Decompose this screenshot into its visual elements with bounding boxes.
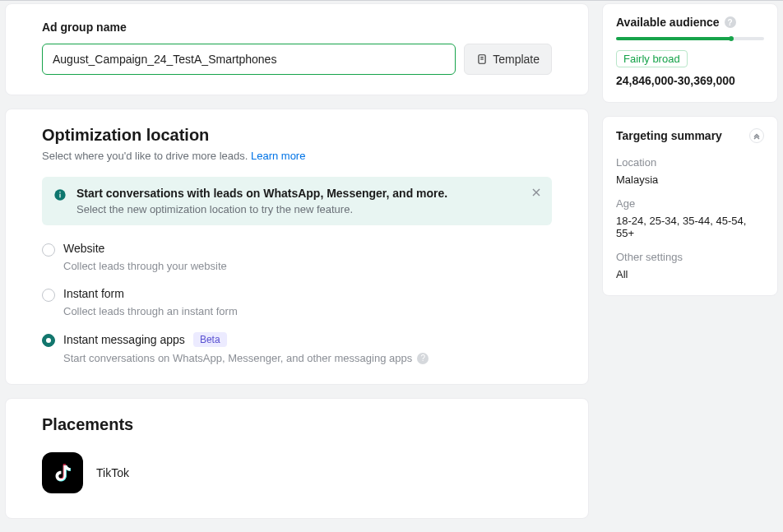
optimization-card: Optimization location Select where you'd… — [5, 109, 589, 385]
age-label: Age — [616, 197, 764, 210]
other-settings-value: All — [616, 268, 764, 280]
template-button[interactable]: Template — [464, 44, 552, 75]
template-button-label: Template — [493, 53, 540, 66]
placements-title: Placements — [42, 415, 552, 434]
available-audience-card: Available audience ? Fairly broad 24,846… — [602, 3, 778, 103]
optimization-subtitle: Select where you'd like to drive more le… — [42, 150, 552, 162]
optimization-options: Website Collect leads through your websi… — [42, 242, 552, 364]
radio-icon — [42, 243, 55, 257]
radio-icon — [42, 289, 55, 302]
svg-rect-4 — [59, 194, 60, 198]
available-audience-title: Available audience — [616, 16, 720, 29]
other-settings-label: Other settings — [616, 251, 764, 263]
radio-icon — [42, 334, 55, 347]
banner-title: Start conversations with leads on WhatsA… — [76, 187, 447, 200]
beta-badge: Beta — [193, 332, 227, 347]
ad-group-card: Ad group name Template — [5, 3, 589, 95]
audience-range: 24,846,000-30,369,000 — [616, 74, 764, 87]
info-banner: Start conversations with leads on WhatsA… — [42, 177, 552, 225]
help-icon[interactable]: ? — [417, 353, 429, 364]
svg-rect-5 — [59, 192, 60, 192]
location-label: Location — [616, 156, 764, 169]
targeting-summary-card: Targeting summary Location Malaysia Age … — [602, 116, 778, 296]
tiktok-icon — [42, 452, 83, 493]
learn-more-link[interactable]: Learn more — [251, 150, 305, 162]
info-icon — [53, 188, 67, 201]
audience-tag: Fairly broad — [616, 50, 688, 67]
location-value: Malaysia — [616, 173, 764, 186]
option-website[interactable]: Website Collect leads through your websi… — [42, 242, 552, 272]
collapse-button[interactable] — [749, 128, 764, 143]
close-icon — [532, 188, 540, 197]
template-icon — [476, 53, 488, 65]
age-value: 18-24, 25-34, 35-44, 45-54, 55+ — [616, 215, 764, 239]
ad-group-name-input[interactable] — [42, 44, 456, 75]
placement-item-tiktok[interactable]: TikTok — [42, 452, 552, 493]
option-instant-form[interactable]: Instant form Collect leads through an in… — [42, 287, 552, 317]
help-icon[interactable]: ? — [725, 16, 736, 28]
option-instant-messaging[interactable]: Instant messaging apps Beta Start conver… — [42, 332, 552, 364]
banner-body: Select the new optimization location to … — [76, 203, 447, 215]
placements-card: Placements TikTok — [5, 398, 589, 519]
banner-close-button[interactable] — [529, 185, 544, 200]
optimization-title: Optimization location — [42, 126, 552, 145]
audience-meter — [616, 37, 764, 40]
chevron-up-icon — [753, 132, 761, 140]
ad-group-name-label: Ad group name — [42, 21, 552, 34]
placement-label: TikTok — [96, 466, 129, 479]
targeting-summary-title: Targeting summary — [616, 129, 722, 142]
